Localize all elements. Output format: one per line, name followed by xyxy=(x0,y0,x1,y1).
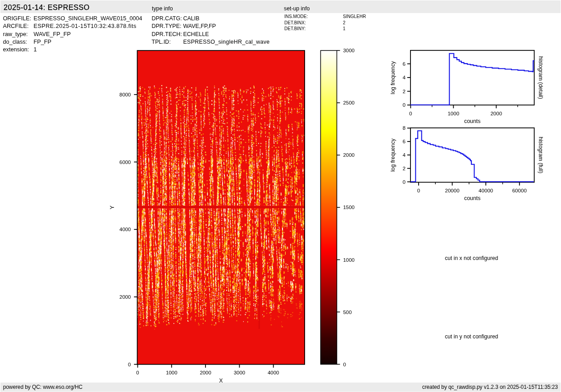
svg-text:4: 4 xyxy=(402,74,406,80)
svg-text:3000: 3000 xyxy=(234,370,245,375)
svg-text:40000: 40000 xyxy=(479,187,493,193)
svg-text:1500: 1500 xyxy=(343,205,355,210)
svg-text:WAVE_FP_FP: WAVE_FP_FP xyxy=(34,31,71,37)
svg-text:8: 8 xyxy=(402,125,405,131)
svg-text:do_class:: do_class: xyxy=(3,39,27,45)
svg-text:2000: 2000 xyxy=(490,110,502,116)
svg-text:histogram (full): histogram (full) xyxy=(538,137,544,173)
svg-text:ESPRESSO_singleHR_cal_wave: ESPRESSO_singleHR_cal_wave xyxy=(183,39,270,45)
svg-text:8000: 8000 xyxy=(119,92,131,97)
svg-text:2: 2 xyxy=(343,20,346,25)
svg-text:1000: 1000 xyxy=(166,370,177,375)
svg-text:log frequency: log frequency xyxy=(390,61,397,95)
svg-text:2: 2 xyxy=(402,165,405,171)
svg-text:2025-01-14: ESPRESSO: 2025-01-14: ESPRESSO xyxy=(4,3,90,11)
svg-text:Y: Y xyxy=(109,205,115,209)
svg-text:6: 6 xyxy=(402,61,405,67)
svg-text:1: 1 xyxy=(34,46,37,53)
svg-text:histogram (detail): histogram (detail) xyxy=(538,56,544,99)
svg-text:0: 0 xyxy=(343,362,346,367)
svg-text:extension:: extension: xyxy=(3,46,29,53)
svg-text:ORIGFILE:: ORIGFILE: xyxy=(3,15,32,22)
svg-text:FP_FP: FP_FP xyxy=(34,39,51,45)
svg-text:6: 6 xyxy=(402,138,405,144)
svg-text:ECHELLE: ECHELLE xyxy=(183,31,209,37)
svg-text:6000: 6000 xyxy=(119,160,131,165)
svg-text:TPL.ID:: TPL.ID: xyxy=(152,39,171,45)
svg-text:2: 2 xyxy=(402,88,405,94)
svg-text:3000: 3000 xyxy=(343,48,355,53)
svg-text:4000: 4000 xyxy=(119,227,131,232)
svg-text:CALIB: CALIB xyxy=(183,15,200,22)
svg-text:type info: type info xyxy=(152,5,173,12)
svg-text:ARCFILE:: ARCFILE: xyxy=(3,23,29,29)
svg-text:cut in y not configured: cut in y not configured xyxy=(445,333,498,340)
svg-text:counts: counts xyxy=(464,195,480,201)
svg-text:2500: 2500 xyxy=(343,100,355,105)
svg-text:DPR.CATG:: DPR.CATG: xyxy=(152,15,182,22)
svg-text:0: 0 xyxy=(128,362,131,367)
svg-text:INS.MODE:: INS.MODE: xyxy=(284,14,308,19)
svg-text:WAVE,FP,FP: WAVE,FP,FP xyxy=(183,23,216,29)
svg-text:cut in x not configured: cut in x not configured xyxy=(445,255,498,261)
svg-text:created by qc_rawdisp.py v1.2.: created by qc_rawdisp.py v1.2.3 on 2025-… xyxy=(422,384,558,390)
svg-text:DPR.TECH:: DPR.TECH: xyxy=(152,31,182,37)
svg-text:0: 0 xyxy=(402,102,405,108)
svg-text:1000: 1000 xyxy=(343,257,355,263)
svg-text:1: 1 xyxy=(343,26,346,31)
svg-text:2000: 2000 xyxy=(343,152,355,158)
svg-text:log frequency: log frequency xyxy=(390,138,397,172)
svg-text:SINGLEHR: SINGLEHR xyxy=(343,14,366,19)
svg-text:60000: 60000 xyxy=(512,187,527,193)
svg-text:2000: 2000 xyxy=(119,294,131,300)
svg-text:2000: 2000 xyxy=(200,370,211,375)
svg-text:DET.BINY:: DET.BINY: xyxy=(284,26,306,31)
svg-text:ESPRESSO_SINGLEHR_WAVE015_0004: ESPRESSO_SINGLEHR_WAVE015_0004 xyxy=(34,15,142,22)
svg-text:4: 4 xyxy=(402,152,406,158)
svg-text:raw_type:: raw_type: xyxy=(3,31,28,37)
svg-text:500: 500 xyxy=(343,310,352,315)
svg-text:X: X xyxy=(219,378,223,384)
svg-text:powered by QC: www.eso.org/HC: powered by QC: www.eso.org/HC xyxy=(3,384,83,390)
svg-text:DET.BINX:: DET.BINX: xyxy=(284,20,306,25)
svg-text:0: 0 xyxy=(409,110,412,116)
svg-text:4000: 4000 xyxy=(268,370,279,375)
svg-text:DPR.TYPE:: DPR.TYPE: xyxy=(152,23,182,29)
svg-text:0: 0 xyxy=(417,187,420,193)
svg-text:0: 0 xyxy=(136,370,139,375)
svg-text:ESPRE.2025-01-15T10:32:43.878.: ESPRE.2025-01-15T10:32:43.878.fits xyxy=(34,23,137,29)
svg-text:0: 0 xyxy=(402,179,405,185)
svg-text:counts: counts xyxy=(464,118,480,124)
svg-text:20000: 20000 xyxy=(445,187,459,193)
svg-text:1000: 1000 xyxy=(447,110,459,116)
svg-text:set-up info: set-up info xyxy=(284,5,310,12)
